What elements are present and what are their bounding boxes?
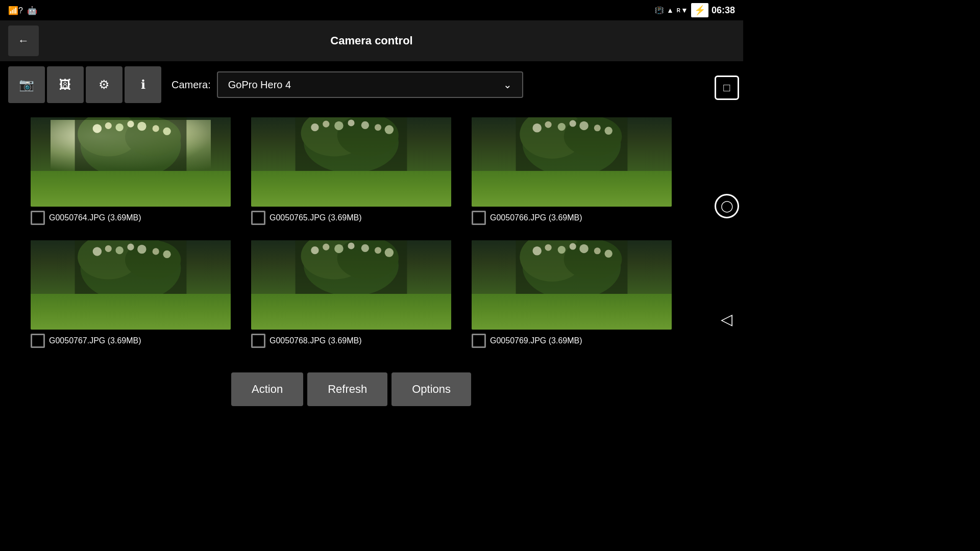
photo-filename: G0050768.JPG (3.69MB) <box>270 336 362 345</box>
svg-point-17 <box>311 123 318 131</box>
photo-item: G0050765.JPG (3.69MB) <box>241 112 461 230</box>
circle-control: ◯ <box>715 194 739 218</box>
square-button[interactable]: □ <box>715 76 739 100</box>
svg-point-21 <box>361 121 369 129</box>
circle-button[interactable]: ◯ <box>715 194 739 218</box>
settings-icon: ⚙ <box>99 78 110 92</box>
photo-label-row: G0050764.JPG (3.69MB) <box>31 211 231 225</box>
svg-point-8 <box>137 122 146 131</box>
photo-svg <box>251 240 451 330</box>
nav-back-button[interactable]: ◁ <box>714 306 739 332</box>
photo-thumbnail[interactable] <box>251 240 451 330</box>
refresh-label: Refresh <box>328 383 367 395</box>
gallery-icon: 🖼 <box>59 78 71 92</box>
photo-label-row: G0050768.JPG (3.69MB) <box>251 334 451 348</box>
vibrate-icon: 📳 <box>655 6 664 14</box>
svg-rect-77 <box>516 305 628 330</box>
options-button[interactable]: Options <box>391 372 471 406</box>
photo-checkbox[interactable] <box>251 334 265 348</box>
photo-row: G0050767.JPG (3.69MB) <box>20 235 682 353</box>
svg-point-31 <box>545 121 552 128</box>
action-label: Action <box>252 383 283 395</box>
svg-point-10 <box>163 128 170 135</box>
options-label: Options <box>412 383 451 395</box>
wifi-question-icon: 📶? <box>8 6 23 15</box>
back-button[interactable]: ← <box>8 26 39 56</box>
svg-point-47 <box>137 245 146 254</box>
svg-point-9 <box>153 125 159 132</box>
photo-thumbnail[interactable] <box>31 117 231 207</box>
svg-point-19 <box>334 121 344 131</box>
photo-filename: G0050764.JPG (3.69MB) <box>49 213 141 222</box>
svg-point-33 <box>570 120 576 127</box>
photo-grid: G0050764.JPG (3.69MB) <box>0 112 702 355</box>
back-triangle-icon: ◁ <box>721 310 732 328</box>
camera-label: Camera: <box>172 79 211 91</box>
svg-rect-51 <box>75 305 187 330</box>
photo-checkbox[interactable] <box>31 211 45 225</box>
action-button[interactable]: Action <box>231 372 303 406</box>
photo-item: G0050764.JPG (3.69MB) <box>20 112 241 230</box>
settings-tab-button[interactable]: ⚙ <box>86 66 122 103</box>
svg-point-45 <box>115 246 123 254</box>
refresh-button[interactable]: Refresh <box>307 372 387 406</box>
info-tab-button[interactable]: ℹ <box>125 66 161 103</box>
photo-checkbox[interactable] <box>31 334 45 348</box>
photo-thumbnail[interactable] <box>251 117 451 207</box>
photo-checkbox[interactable] <box>472 334 486 348</box>
svg-point-23 <box>385 125 394 134</box>
svg-point-6 <box>115 123 123 131</box>
svg-point-70 <box>545 244 552 251</box>
svg-point-20 <box>348 119 354 126</box>
svg-point-30 <box>532 123 542 133</box>
svg-point-71 <box>558 246 566 254</box>
svg-point-5 <box>105 122 112 129</box>
camera-selector[interactable]: GoPro Hero 4 ⌄ <box>217 71 523 98</box>
photo-label-row: G0050766.JPG (3.69MB) <box>472 211 672 225</box>
photo-filename: G0050767.JPG (3.69MB) <box>49 336 141 345</box>
svg-point-75 <box>605 250 612 258</box>
svg-rect-63 <box>296 299 407 330</box>
photo-label-row: G0050767.JPG (3.69MB) <box>31 334 231 348</box>
bottom-bar: Action Refresh Options <box>0 372 702 406</box>
photo-thumbnail[interactable] <box>472 240 672 330</box>
camera-tab-button[interactable]: 📷 <box>8 66 45 103</box>
toolbar: 📷 🖼 ⚙ ℹ Camera: GoPro Hero 4 ⌄ <box>8 66 523 103</box>
svg-point-69 <box>532 246 542 256</box>
photo-label-row: G0050765.JPG (3.69MB) <box>251 211 451 225</box>
svg-point-49 <box>163 251 170 258</box>
photo-item: G0050769.JPG (3.69MB) <box>461 235 682 353</box>
right-controls: □ <box>715 76 739 100</box>
svg-point-7 <box>127 121 134 128</box>
svg-point-34 <box>579 121 589 131</box>
svg-point-56 <box>311 246 318 254</box>
chevron-down-icon: ⌄ <box>503 79 512 91</box>
svg-point-35 <box>594 124 601 131</box>
svg-point-44 <box>105 245 112 252</box>
svg-point-18 <box>323 121 329 128</box>
svg-point-46 <box>127 244 134 251</box>
android-icon: 🤖 <box>27 6 37 15</box>
svg-point-72 <box>570 243 576 249</box>
photo-thumbnail[interactable] <box>472 117 672 207</box>
photo-item: G0050768.JPG (3.69MB) <box>241 235 461 353</box>
status-bar: 📶? 🤖 📳 ▲ R ▼ ⚡ 06:38 <box>0 0 743 20</box>
svg-point-59 <box>348 242 354 249</box>
square-icon: □ <box>723 81 730 94</box>
back-control: ◁ <box>714 306 739 332</box>
gallery-tab-button[interactable]: 🖼 <box>47 66 84 103</box>
svg-point-22 <box>375 124 381 131</box>
photo-checkbox[interactable] <box>251 211 265 225</box>
info-icon: ℹ <box>141 78 145 92</box>
svg-point-73 <box>579 244 589 254</box>
photo-checkbox[interactable] <box>472 211 486 225</box>
svg-rect-64 <box>296 305 407 330</box>
photo-thumbnail[interactable] <box>31 240 231 330</box>
photo-item: G0050766.JPG (3.69MB) <box>461 112 682 230</box>
svg-rect-24 <box>296 176 407 207</box>
signal-icon: R ▼ <box>677 6 688 14</box>
battery-icon: ⚡ <box>691 3 708 17</box>
page-title: Camera control <box>39 34 704 47</box>
svg-point-60 <box>361 244 369 252</box>
svg-point-36 <box>605 127 612 135</box>
